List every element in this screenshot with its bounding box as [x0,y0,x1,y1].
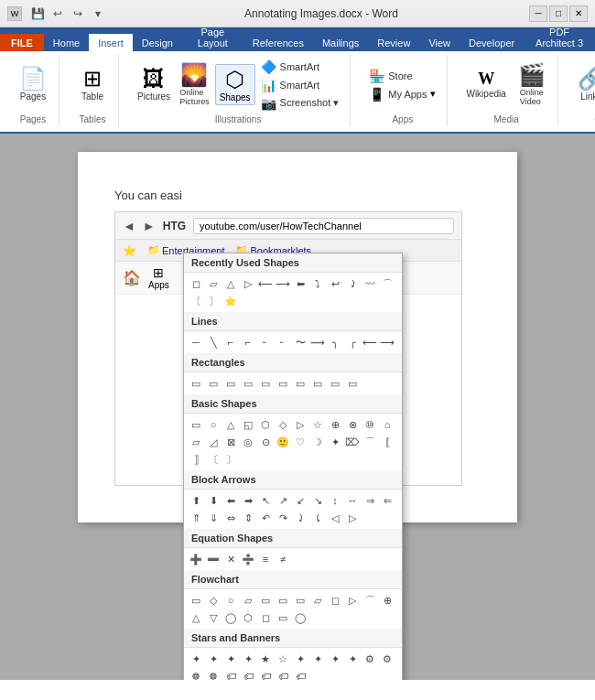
shape-item[interactable]: ▷ [240,275,256,292]
shape-flow[interactable]: ⬡ [240,609,256,626]
shape-item[interactable]: 〕 [205,293,222,309]
shape-item[interactable]: ⤵ [309,275,326,292]
shape-banner[interactable]: 🏷 [275,668,291,680]
shape-basic[interactable]: 〔 [205,451,222,468]
shape-rect[interactable]: ▭ [344,375,361,392]
shape-banner[interactable]: 🏷 [222,668,239,680]
shape-star[interactable]: ⚙ [362,651,378,667]
shape-arrow[interactable]: ⬆ [188,492,204,509]
shape-arrow[interactable]: ⇑ [188,510,204,526]
smartart-button[interactable]: 🔷 SmartArt [257,59,343,75]
apps-item-home[interactable]: 🏠 [123,269,141,286]
tab-file[interactable]: FILE [0,34,44,51]
shape-flow[interactable]: ◻ [257,609,274,626]
shape-star[interactable]: ✦ [292,651,308,667]
tab-insert[interactable]: Insert [89,34,133,51]
my-apps-button[interactable]: 📱 My Apps ▾ [365,86,439,102]
shapes-button[interactable]: ⬡ Shapes [215,64,255,105]
tab-review[interactable]: Review [368,34,419,51]
shape-flow[interactable]: ◯ [292,609,308,626]
shape-arrow[interactable]: ↙ [292,492,308,509]
shape-arrow[interactable]: ⤹ [309,510,326,526]
shape-basic[interactable]: ⬡ [257,416,274,433]
shape-star[interactable]: ☸ [188,668,204,680]
shape-arrow[interactable]: ▷ [344,510,361,526]
shape-item[interactable]: ▱ [205,275,222,292]
shape-basic[interactable]: ⊕ [327,416,343,433]
shape-flow[interactable]: ⊕ [379,592,395,608]
shape-item[interactable]: ⤸ [344,275,361,292]
shape-star[interactable]: ☆ [275,651,291,667]
shape-arrow[interactable]: ↘ [309,492,326,509]
shape-eq[interactable]: ➗ [240,551,256,567]
shape-arrow[interactable]: ⬅ [222,492,239,509]
shape-arrow[interactable]: ⤸ [292,510,308,526]
tab-pdf[interactable]: PDF Architect 3 [524,23,595,51]
shape-line[interactable]: ╲ [205,334,222,350]
shape-basic[interactable]: ◱ [240,416,256,433]
chart-button[interactable]: 📊 SmartArt [257,77,343,93]
shape-basic[interactable]: ◿ [205,434,222,450]
tab-developer[interactable]: Developer [460,34,524,51]
shape-rect[interactable]: ▭ [327,375,343,392]
shape-item[interactable]: 〔 [188,293,204,309]
redo-button[interactable]: ↪ [70,5,86,22]
shape-flow[interactable]: ◻ [327,592,343,608]
shape-item[interactable]: ↩ [327,275,343,292]
shape-basic[interactable]: ▷ [292,416,308,433]
shape-line[interactable]: ⌐ [222,334,239,350]
shape-item[interactable]: ⌒ [379,275,395,292]
close-button[interactable]: ✕ [569,5,588,22]
tab-page-layout[interactable]: Page Layout [182,23,243,51]
shape-rect[interactable]: ▭ [309,375,326,392]
tab-home[interactable]: Home [44,34,89,51]
forward-button[interactable]: ► [143,219,156,233]
shape-line[interactable]: ─ [188,334,204,350]
shape-basic[interactable]: ▱ [188,434,204,450]
shape-star[interactable]: ✦ [240,651,256,667]
shape-rect[interactable]: ▭ [188,375,204,392]
maximize-button[interactable]: □ [549,5,568,22]
shape-item[interactable]: ⟶ [275,275,291,292]
shape-star[interactable]: ✦ [205,651,222,667]
shape-banner[interactable]: 🏷 [292,668,308,680]
shape-line[interactable]: ╴ [257,334,274,350]
pictures-button[interactable]: 🖼 Pictures [134,66,174,103]
shape-basic[interactable]: ⊙ [257,434,274,450]
tab-mailings[interactable]: Mailings [313,34,368,51]
tab-view[interactable]: View [419,34,460,51]
shape-basic[interactable]: ⟧ [188,451,204,468]
pages-button[interactable]: 📄 Pages [15,66,51,103]
shape-flow[interactable]: ◇ [205,592,222,608]
qa-dropdown[interactable]: ▾ [90,5,106,22]
online-video-button[interactable]: 🎬 OnlineVideo [514,62,550,108]
shape-basic[interactable]: ▭ [188,416,204,433]
shape-arrow[interactable]: ↕ [327,492,343,509]
shape-banner[interactable]: 🏷 [257,668,274,680]
tab-design[interactable]: Design [133,34,182,51]
back-button[interactable]: ◄ [123,219,135,233]
shape-basic[interactable]: ♡ [292,434,308,450]
shape-basic[interactable]: ☽ [309,434,326,450]
browser-url-bar[interactable]: youtube.com/user/HowTechChannel [193,218,454,234]
table-button[interactable]: ⊞ Table [74,66,111,103]
shape-line[interactable]: ╮ [327,334,343,350]
shape-flow[interactable]: ▽ [205,609,222,626]
shape-arrow[interactable]: ⇕ [240,510,256,526]
shape-basic[interactable]: △ [222,416,239,433]
shape-basic[interactable]: ⌂ [379,416,395,433]
shape-rect[interactable]: ▭ [222,375,239,392]
shape-flow[interactable]: ▭ [188,592,204,608]
shape-eq[interactable]: ≠ [275,551,291,567]
shape-flow[interactable]: ▭ [257,592,274,608]
shape-arrow[interactable]: ◁ [327,510,343,526]
shape-line[interactable]: ⟵ [362,334,378,350]
shape-flow[interactable]: ▭ [275,609,291,626]
shape-item[interactable]: 〰 [362,275,378,292]
shape-basic[interactable]: ○ [205,416,222,433]
shape-eq[interactable]: ≡ [257,551,274,567]
shape-rect[interactable]: ▭ [257,375,274,392]
shape-flow[interactable]: ▱ [240,592,256,608]
save-button[interactable]: 💾 [29,5,46,22]
shape-line[interactable]: ⌐ [240,334,256,350]
